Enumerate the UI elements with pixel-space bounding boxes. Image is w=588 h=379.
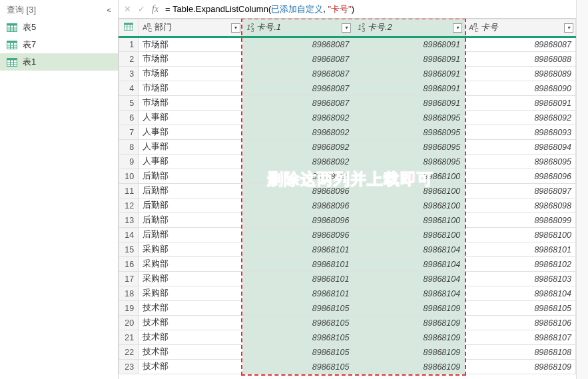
cell[interactable]: 技术部: [139, 330, 242, 345]
cell[interactable]: 后勤部: [139, 198, 242, 213]
cell[interactable]: 89868102: [465, 257, 576, 272]
cell[interactable]: 89868096: [465, 169, 576, 184]
table-row[interactable]: 22技术部898681058986810989868108: [119, 345, 576, 360]
cell[interactable]: 89868105: [242, 316, 354, 330]
fx-icon[interactable]: fx: [152, 4, 158, 15]
cell[interactable]: 89868105: [242, 330, 354, 345]
cell[interactable]: 人事部: [139, 125, 242, 140]
row-number[interactable]: 18: [119, 286, 139, 301]
cell[interactable]: 人事部: [139, 155, 242, 169]
cell[interactable]: 89868104: [354, 286, 465, 301]
cell[interactable]: 技术部: [139, 316, 242, 330]
table-row[interactable]: 11后勤部898680968986810089868097: [119, 184, 576, 198]
cell[interactable]: 89868098: [465, 198, 576, 213]
row-number[interactable]: 8: [119, 140, 139, 155]
cell[interactable]: 89868095: [354, 140, 465, 155]
cell[interactable]: 89868100: [465, 228, 576, 242]
cell[interactable]: 市场部: [139, 67, 242, 81]
column-header[interactable]: 123卡号.1▾: [242, 19, 354, 37]
column-filter-dropdown[interactable]: ▾: [453, 23, 462, 33]
cell[interactable]: 89868100: [354, 228, 465, 242]
table-row[interactable]: 12后勤部898680968986810089868098: [119, 198, 576, 213]
row-number[interactable]: 22: [119, 345, 139, 360]
cell[interactable]: 89868104: [465, 286, 576, 301]
cell[interactable]: 89868087: [242, 81, 354, 96]
cell[interactable]: 89868091: [354, 52, 465, 67]
cell[interactable]: 89868089: [465, 67, 576, 81]
cell[interactable]: 89868106: [465, 316, 576, 330]
cell[interactable]: 89868105: [242, 360, 354, 374]
table-row[interactable]: 20技术部898681058986810989868106: [119, 316, 576, 330]
datatype-icon[interactable]: ABC: [469, 22, 478, 33]
table-row[interactable]: 10后勤部898680968986810089868096: [119, 169, 576, 184]
formula-cancel-icon[interactable]: ✕: [124, 4, 131, 14]
row-number[interactable]: 20: [119, 316, 139, 330]
cell[interactable]: 89868091: [354, 81, 465, 96]
cell[interactable]: 89868092: [242, 125, 354, 140]
cell[interactable]: 89868096: [242, 169, 354, 184]
formula-accept-icon[interactable]: ✓: [138, 4, 145, 14]
cell[interactable]: 89868105: [242, 301, 354, 316]
formula-input[interactable]: = Table.ExpandListColumn(已添加自定义, "卡号"): [165, 3, 354, 15]
cell[interactable]: 采购部: [139, 242, 242, 257]
cell[interactable]: 89868101: [242, 257, 354, 272]
cell[interactable]: 89868103: [465, 272, 576, 286]
table-row[interactable]: 7人事部898680928986809589868093: [119, 125, 576, 140]
row-number[interactable]: 3: [119, 67, 139, 81]
table-row[interactable]: 15采购部898681018986810489868101: [119, 242, 576, 257]
cell[interactable]: 89868091: [354, 67, 465, 81]
cell[interactable]: 89868101: [242, 272, 354, 286]
table-row[interactable]: 4市场部898680878986809189868090: [119, 81, 576, 96]
cell[interactable]: 89868095: [354, 111, 465, 125]
cell[interactable]: 后勤部: [139, 228, 242, 242]
datatype-icon[interactable]: ABC: [143, 22, 152, 33]
table-row[interactable]: 17采购部898681018986810489868103: [119, 272, 576, 286]
cell[interactable]: 89868100: [354, 184, 465, 198]
cell[interactable]: 89868099: [465, 213, 576, 228]
cell[interactable]: 89868092: [465, 111, 576, 125]
row-number[interactable]: 5: [119, 96, 139, 111]
table-row[interactable]: 19技术部898681058986810989868105: [119, 301, 576, 316]
row-number[interactable]: 11: [119, 184, 139, 198]
cell[interactable]: 89868093: [465, 125, 576, 140]
cell[interactable]: 人事部: [139, 111, 242, 125]
row-number[interactable]: 21: [119, 330, 139, 345]
cell[interactable]: 89868104: [354, 242, 465, 257]
query-item[interactable]: 表7: [0, 36, 118, 53]
row-number[interactable]: 14: [119, 228, 139, 242]
row-header-corner[interactable]: [119, 19, 139, 37]
cell[interactable]: 后勤部: [139, 169, 242, 184]
row-number[interactable]: 1: [119, 37, 139, 52]
cell[interactable]: 89868087: [242, 96, 354, 111]
cell[interactable]: 89868096: [242, 213, 354, 228]
row-number[interactable]: 13: [119, 213, 139, 228]
cell[interactable]: 人事部: [139, 140, 242, 155]
table-row[interactable]: 14后勤部898680968986810089868100: [119, 228, 576, 242]
cell[interactable]: 89868095: [465, 155, 576, 169]
cell[interactable]: 89868095: [354, 125, 465, 140]
table-row[interactable]: 2市场部898680878986809189868088: [119, 52, 576, 67]
datatype-icon[interactable]: 123: [247, 22, 254, 33]
query-item[interactable]: 表1: [0, 53, 118, 71]
cell[interactable]: 采购部: [139, 272, 242, 286]
cell[interactable]: 89868091: [465, 96, 576, 111]
cell[interactable]: 89868109: [354, 345, 465, 360]
cell[interactable]: 89868101: [242, 286, 354, 301]
row-number[interactable]: 9: [119, 155, 139, 169]
table-row[interactable]: 21技术部898681058986810989868107: [119, 330, 576, 345]
row-number[interactable]: 10: [119, 169, 139, 184]
cell[interactable]: 89868109: [354, 316, 465, 330]
cell[interactable]: 采购部: [139, 286, 242, 301]
cell[interactable]: 后勤部: [139, 184, 242, 198]
cell[interactable]: 市场部: [139, 37, 242, 52]
column-header[interactable]: ABC卡号▾: [465, 19, 576, 37]
cell[interactable]: 89868101: [242, 242, 354, 257]
cell[interactable]: 89868092: [242, 140, 354, 155]
cell[interactable]: 89868087: [242, 67, 354, 81]
table-row[interactable]: 9人事部898680928986809589868095: [119, 155, 576, 169]
cell[interactable]: 89868104: [354, 272, 465, 286]
cell[interactable]: 89868091: [354, 37, 465, 52]
row-number[interactable]: 15: [119, 242, 139, 257]
vertical-scrollbar[interactable]: [576, 0, 588, 379]
row-number[interactable]: 17: [119, 272, 139, 286]
